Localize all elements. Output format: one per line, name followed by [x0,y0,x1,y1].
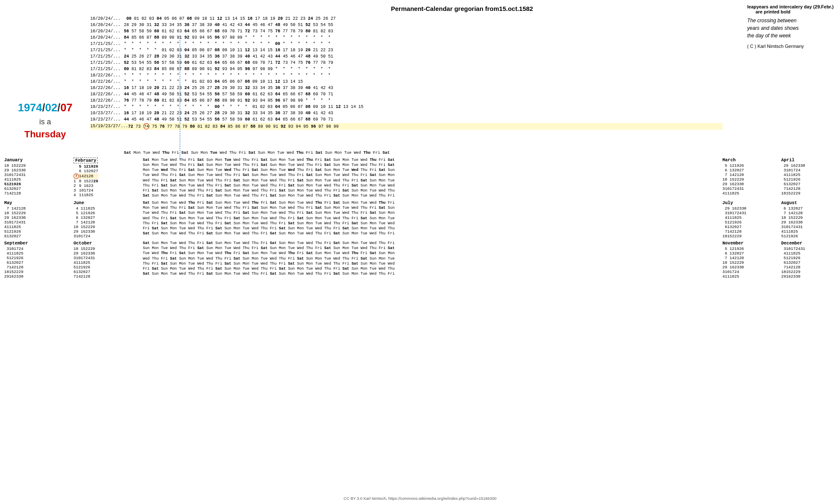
may-title: May [4,200,69,205]
num-row-16: 16 17 18 19 20 21 22 23 24 25 26 27 28 2… [124,110,333,116]
september-calendar: September 3101724 4111825 5121926 613202… [4,241,69,279]
november-calendar: November 5121926 6132027 7142128 1815222… [722,241,777,279]
dow-grid3-row-5: Thu Fri Sat Sun Mon Tue Wed Thu Fri Sat … [143,261,718,266]
july-calendar: July 29162330 310172431 4111825 5121926 … [722,200,777,239]
year-code-7: 17/21/25/... [90,54,124,60]
date-display: 1974/02/07 is a Thursday [6,101,84,140]
printed-bold-note: are printed bold [756,9,834,14]
num-row-14: 76 77 78 79 80 81 82 83 84 85 86 87 88 8… [124,98,331,104]
october-title: October [74,241,139,246]
perm-row-12: 18/22/26/... 16 17 18 19 20 21 22 23 24 … [90,85,722,91]
july-table: 29162330 310172431 4111825 5121926 61320… [722,206,746,239]
year-code-3: 16/20/24/... [90,29,124,34]
dow-grid-row-8: Sat Sun Mon Tue Wed Thu Fri Sat Sun Mon … [143,193,718,198]
year-code-16: 19/23/27/... [90,110,124,116]
month-calendars: January 18152229 29162330 310172431 4111… [4,158,836,279]
crossing-note: The crossing betweenyears and dates show… [747,17,834,39]
year-code-12: 18/22/26/... [90,85,124,91]
dow-grid-row-6: Thu Fri Sat Sun Mon Tue Wed Thu Fri Sat … [143,183,718,188]
num-row-18: 72 73 74 75 76 77 78 79 80 81 82 83 84 8… [128,123,339,130]
december-table: 310172431 4111825 5121926 6132027 714212… [781,247,805,279]
perm-row-10: 18/22/26/... * * * * * * * * * * * * * *… [90,73,722,79]
weekday-label: Thursday [6,129,84,140]
january-title: January [4,158,69,163]
perm-row-17: 19/23/27/... 44 45 46 47 48 49 50 51 52 … [90,117,722,123]
march-calendar: March 5121926 6132027 7142128 18152229 2… [722,158,777,198]
central-dow-grid-3: Sat Sun Mon Tue Wed Thu Fri Sat Sun Mon … [143,241,718,279]
year-code-10: 18/22/26/... [90,73,124,79]
dow-grid2-row-3: Tue Wed Thu Fri Sat Sun Mon Tue Wed Thu … [143,210,718,215]
perm-row-1: 16/20/24/... 00 01 02 03 04 05 06 07 08 … [90,16,722,22]
year-code-18: 15/19/23/27/... [90,123,128,129]
dow-grid2-row-6: Fri Sat Sun Mon Tue Wed Thu Fri Sat Sun … [143,226,718,231]
date-year: 1974 [18,101,42,114]
layout: Permanent-Calendar gregorian from15.oct.… [0,0,840,504]
dow-grid3-row-7: Sat Sun Mon Tue Wed Thu Fri Sat Sun Mon … [143,271,718,276]
is-a-label: is a [6,118,84,126]
dow-grid3-row-3: Tue Wed Thu Fri Sat Sun Mon Tue Wed Thu … [143,251,718,256]
month-row-3: September 3101724 4111825 5121926 613202… [4,241,836,279]
april-table: 29162330 3101724 4111825 5121926 6132027… [781,163,805,196]
february-table: 5121926 6132027 7142128 18152229 291623 … [74,164,98,197]
year-code-4: 16/20/24/... [90,35,124,41]
dow-grid-row-5: Wed Thu Fri Sat Sun Mon Tue Wed Thu Fri … [143,178,718,183]
dow-grid2-row-5: Thu Fri Sat Sun Mon Tue Wed Thu Fri Sat … [143,221,718,226]
date-day: 07 [60,101,73,114]
november-table: 5121926 6132027 7142128 18152229 2916233… [722,247,744,279]
september-title: September [4,241,69,246]
perm-row-18: 15/19/23/27/... 72 73 74 75 76 77 78 79 … [90,123,722,130]
num-row-11: * * * * * * * * * 01 02 03 04 05 06 07 0… [124,79,303,85]
perm-row-9: 17/21/25/... 80 81 82 83 84 85 86 87 88 … [90,66,722,72]
dow-grid3-row-4: Wed Thu Fri Sat Sun Mon Tue Wed Thu Fri … [143,256,718,261]
sep2: / [57,101,60,114]
year-code-6: 17/21/25/... [90,47,124,53]
perm-row-15: 19/23/27/... * * * * * * * * * * * * 00 … [90,104,722,110]
central-dow-grid: Sat Mon Tue Wed Thu Fri Sat Sun Mon Tue … [143,158,718,198]
april-calendar: April 29162330 3101724 4111825 5121926 6… [781,158,836,198]
perm-row-14: 18/22/26/... 76 77 78 79 80 81 82 83 84 … [90,98,722,104]
year-code-13: 18/22/26/... [90,92,124,97]
central-dow-grid-2: Sat Sun Mon Tue Wed Thu Fri Sat Sun Mon … [143,200,718,239]
dow-grid3-row-1: Sat Sun Mon Tue Wed Thu Fri Sat Sun Mon … [143,241,718,246]
top-right-notes: leapyears and intercalery day (29.Febr.)… [747,4,834,49]
perm-row-11: 18/22/26/... * * * * * * * * * 01 02 03 … [90,79,722,85]
dow-grid-row-3: Mon Tue Wed Thu Fri Sat Sun Mon Tue Wed … [143,168,718,173]
perm-row-4: 16/20/24/... 84 85 86 87 88 89 90 91 92 … [90,35,722,41]
perm-row-16: 19/23/27/... 16 17 18 19 20 21 22 23 24 … [90,110,722,116]
dow-grid3-row-6: Fri Sat Sun Mon Tue Wed Thu Fri Sat Sun … [143,266,718,271]
leapyear-note: leapyears and intercalery day (29.Febr.) [747,4,834,9]
dow-grid-row-4: Tue Wed Thu Fri Sat Sun Mon Tue Wed Thu … [143,173,718,178]
page-title: Permanent-Calendar gregorian from15.oct.… [0,5,840,12]
august-title: August [781,200,836,205]
sep1: / [42,101,45,114]
year-code-9: 17/21/25/... [90,66,124,72]
january-table: 18152229 29162330 310172431 4111825 5121… [4,163,26,196]
permanent-calendar: 16/20/24/... 00 01 02 03 04 05 06 07 08 … [90,16,722,130]
may-calendar: May 7142128 18152229 29162330 310172431 … [4,200,69,239]
num-row-3: 56 57 58 59 60 61 62 63 64 65 66 67 68 6… [124,29,333,34]
year-code-2: 16/20/24/... [90,22,124,28]
year-code-15: 19/23/27/... [90,104,124,110]
perm-row-8: 17/21/25/... 52 53 54 55 56 57 58 59 60 … [90,60,722,66]
perm-row-6: 17/21/25/... * * * * * 01 02 03 04 05 06… [90,47,722,53]
october-calendar: October 18152229 29162330 310172431 4111… [74,241,139,279]
num-row-5: * * * * * * * * * * * * * * * * * * * * … [124,41,331,47]
june-calendar: June 4111825 5121926 6132027 7142128 181… [74,200,139,239]
perm-row-5: 17/21/25/... * * * * * * * * * * * * * *… [90,41,722,47]
perm-row-13: 18/22/26/... 44 45 46 47 48 49 50 51 52 … [90,92,722,97]
num-row-17: 44 45 46 47 48 49 50 51 52 53 54 55 56 5… [124,117,333,123]
num-row-10: * * * * * * * * * * * * * * * * * * * * … [124,73,331,79]
november-title: November [722,241,777,246]
num-row-2: 28 29 30 31 32 33 34 35 36 37 38 39 40 4… [124,22,333,28]
num-row-13: 44 45 46 47 48 49 50 51 52 53 54 55 56 5… [124,92,333,97]
footer: CC BY 3.0 Karl Nimtsch, https://commons.… [0,496,840,501]
perm-row-2: 16/20/24/... 28 29 30 31 32 33 34 35 36 … [90,22,722,28]
month-row-1: January 18152229 29162330 310172431 4111… [4,158,836,198]
year-code-5: 17/21/25/... [90,41,124,47]
august-table: 6132027 7142128 18152229 29162330 310172… [781,206,803,239]
dow-grid3-row-2: Sun Mon Tue Wed Thu Fri Sat Sun Mon Tue … [143,246,718,251]
num-row-9: 80 81 82 83 84 85 86 87 88 89 90 91 92 9… [124,66,331,72]
january-calendar: January 18152229 29162330 310172431 4111… [4,158,69,198]
august-calendar: August 6132027 7142128 18152229 29162330… [781,200,836,239]
perm-row-3: 16/20/24/... 56 57 58 59 60 61 62 63 64 … [90,29,722,34]
